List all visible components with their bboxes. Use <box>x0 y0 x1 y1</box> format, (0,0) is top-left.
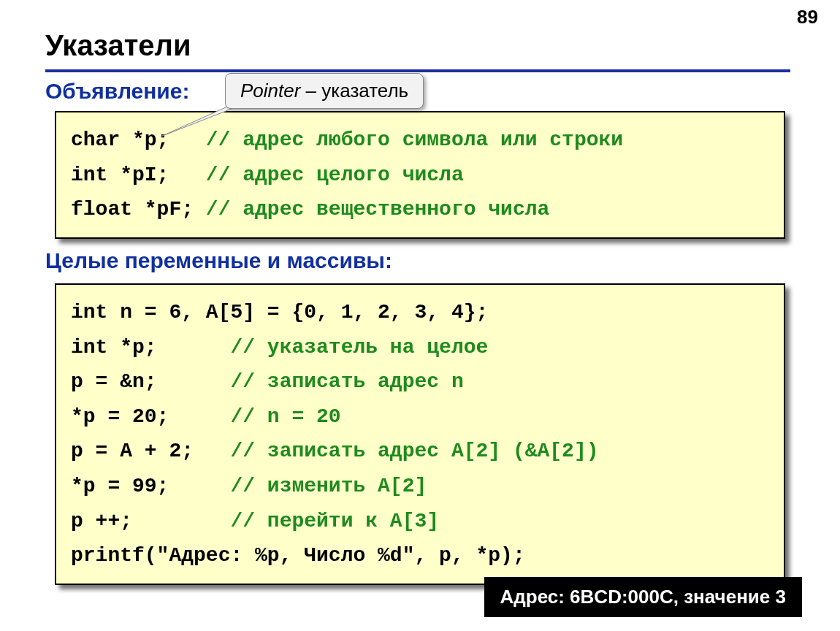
code-comment: // адрес целого числа <box>206 164 464 186</box>
code-text: *p = 99; <box>71 475 230 497</box>
code-text: p ++; <box>71 510 230 532</box>
code-line: int *pI; // адрес целого числа <box>71 158 776 193</box>
code-text: int *p; <box>71 336 230 359</box>
code-comment: // изменить A[2] <box>230 475 427 497</box>
code-line: *p = 20; // n = 20 <box>71 399 776 435</box>
code-comment: // указатель на целое <box>230 336 488 359</box>
code-text: p = A + 2; <box>71 440 230 462</box>
code-comment: // адрес любого символа или строки <box>206 129 623 151</box>
code-comment: // записать адрес A[2] (&A[2]) <box>230 440 598 462</box>
code-comment: // n = 20 <box>230 405 340 428</box>
code-text: int n = 6, A[5] = {0, 1, 2, 3, 4}; <box>71 301 488 324</box>
section-variables-label: Целые переменные и массивы: <box>45 248 392 273</box>
code-block-usage: int n = 6, A[5] = {0, 1, 2, 3, 4}; int *… <box>55 283 785 585</box>
page-title: Указатели <box>45 29 191 62</box>
code-line: float *pF; // адрес вещественного числа <box>71 192 776 227</box>
code-line: p ++; // перейти к A[3] <box>71 504 776 539</box>
code-text: *p = 20; <box>71 405 230 428</box>
code-line: p = &n; // записать адрес n <box>71 364 776 399</box>
output-box: Адрес: 6BCD:000C, значение 3 <box>484 577 803 617</box>
section-declaration-label: Объявление: <box>45 79 189 104</box>
callout-pointer: Pointer – указатель <box>225 73 424 109</box>
code-line: p = A + 2; // записать адрес A[2] (&A[2]… <box>71 434 776 469</box>
code-comment: // адрес вещественного числа <box>206 198 549 221</box>
callout-italic: Pointer <box>240 80 300 102</box>
title-rule <box>45 69 790 72</box>
code-comment: // перейти к A[3] <box>230 510 439 532</box>
code-line: int *p; // указатель на целое <box>71 330 776 365</box>
callout-rest: – указатель <box>300 80 408 102</box>
page-number: 89 <box>797 6 818 28</box>
code-text: printf("Адрес: %p, Число %d", p, *p); <box>71 544 525 567</box>
code-text: float *pF; <box>71 198 206 221</box>
code-text: int *pI; <box>71 164 206 186</box>
code-line: int n = 6, A[5] = {0, 1, 2, 3, 4}; <box>71 295 776 330</box>
code-line: printf("Адрес: %p, Число %d", p, *p); <box>71 538 776 573</box>
code-line: *p = 99; // изменить A[2] <box>71 469 776 504</box>
code-text: p = &n; <box>71 370 230 393</box>
code-comment: // записать адрес n <box>230 370 463 393</box>
